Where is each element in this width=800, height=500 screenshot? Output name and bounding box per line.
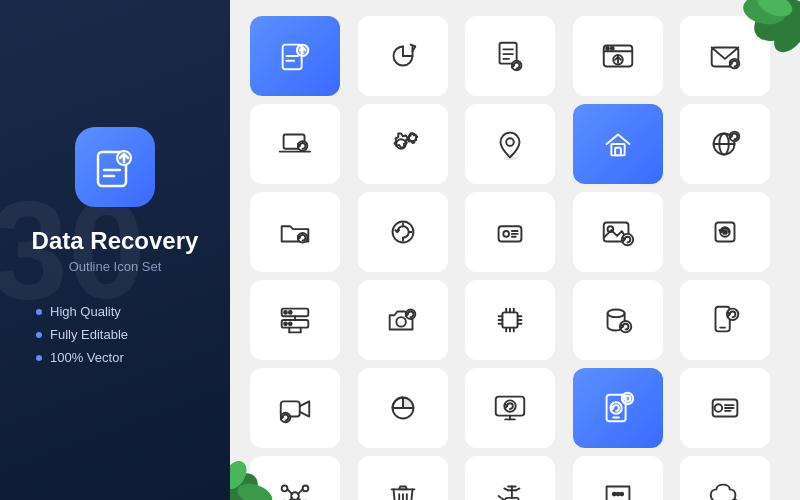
feature-item-3: 100% Vector — [36, 350, 128, 365]
icon-chip-recover[interactable] — [465, 280, 555, 360]
icon-globe-sync[interactable] — [680, 104, 770, 184]
svg-rect-68 — [503, 312, 518, 327]
svg-line-118 — [504, 488, 508, 490]
icon-home-accent[interactable] — [573, 104, 663, 184]
icon-hdd-scan[interactable] — [465, 192, 555, 272]
svg-point-32 — [506, 138, 514, 146]
svg-point-58 — [284, 311, 287, 314]
svg-point-33 — [504, 156, 517, 160]
feature-item-2: Fully Editable — [36, 327, 128, 342]
svg-point-59 — [284, 322, 287, 325]
icon-cloud-search[interactable] — [680, 456, 770, 500]
svg-point-81 — [607, 310, 624, 318]
svg-rect-35 — [615, 148, 621, 156]
svg-point-66 — [396, 317, 406, 327]
icon-monitor-recover[interactable] — [465, 368, 555, 448]
svg-line-119 — [516, 488, 520, 490]
icon-browser-restore[interactable] — [573, 16, 663, 96]
icon-tools-refresh[interactable] — [358, 192, 448, 272]
icon-video-recover[interactable] — [250, 368, 340, 448]
icon-main-app[interactable] — [250, 16, 340, 96]
svg-point-97 — [715, 404, 723, 412]
icon-pie-recover[interactable] — [358, 368, 448, 448]
svg-point-122 — [620, 493, 623, 496]
icon-tablet-accent[interactable] — [573, 368, 663, 448]
svg-point-103 — [303, 486, 309, 492]
icon-chat-recover[interactable] — [573, 456, 663, 500]
icon-trash-recover[interactable] — [358, 456, 448, 500]
svg-point-61 — [289, 322, 292, 325]
icons-grid — [250, 16, 780, 500]
icon-usb-recover[interactable] — [465, 456, 555, 500]
icon-image-recover[interactable] — [573, 192, 663, 272]
icon-disk-sync[interactable] — [680, 192, 770, 272]
svg-rect-34 — [611, 144, 624, 155]
icon-laptop-restore[interactable] — [250, 104, 340, 184]
svg-point-46 — [504, 231, 510, 237]
icon-folder-recover[interactable] — [250, 192, 340, 272]
icon-location-pin[interactable] — [465, 104, 555, 184]
plant-bottom-left-decoration — [230, 440, 290, 500]
svg-point-120 — [613, 493, 616, 496]
icon-phone-recover[interactable] — [680, 280, 770, 360]
svg-point-60 — [289, 311, 292, 314]
icon-camera-recover[interactable] — [358, 280, 448, 360]
icon-database-sync[interactable] — [573, 280, 663, 360]
app-icon — [75, 127, 155, 207]
main-content: AI | EPS | PNG | SVG — [230, 0, 800, 500]
svg-line-107 — [298, 489, 303, 494]
svg-point-121 — [616, 493, 619, 496]
icon-settings-gear[interactable] — [358, 104, 448, 184]
icon-hdd-recover[interactable] — [680, 368, 770, 448]
icon-server-network[interactable] — [250, 280, 340, 360]
icon-restore-clock[interactable] — [358, 16, 448, 96]
icon-document-sync[interactable] — [465, 16, 555, 96]
svg-point-21 — [606, 47, 609, 50]
svg-point-22 — [611, 47, 614, 50]
plant-top-right-decoration — [710, 0, 800, 90]
sidebar: 30 Data Recovery Outline Icon Set High Q… — [0, 0, 230, 500]
